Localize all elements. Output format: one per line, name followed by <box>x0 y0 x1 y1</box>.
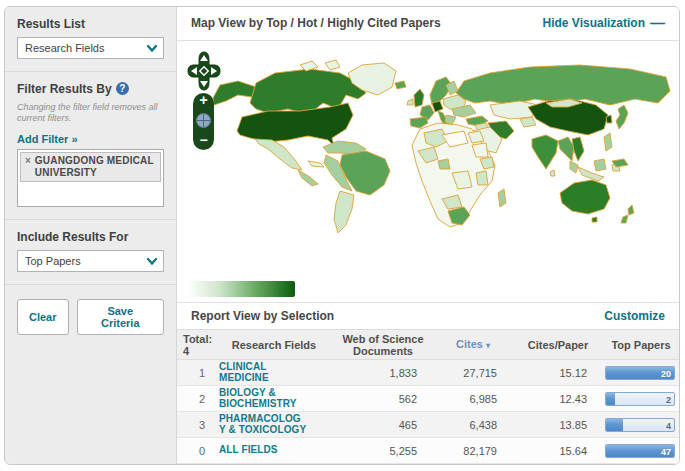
report-header: Report View by Selection Customize <box>177 302 679 329</box>
results-list-label: Results List <box>17 17 164 31</box>
row-rank: 1 <box>177 360 215 386</box>
clear-button[interactable]: Clear <box>17 299 69 335</box>
row-rank: 3 <box>177 412 215 438</box>
customize-link[interactable]: Customize <box>604 309 665 323</box>
documents-value: 465 <box>333 412 433 438</box>
row-rank: 0 <box>177 438 215 464</box>
actions-section: Clear Save Criteria <box>5 285 176 347</box>
table-row: 1 CLINICAL MEDICINE 1,833 27,715 15.12 2… <box>177 360 679 386</box>
world-choropleth-map[interactable] <box>180 43 672 278</box>
collapse-minus-icon: — <box>650 18 665 28</box>
include-results-value: Top Papers <box>25 255 81 267</box>
col-header-documents: Web of Science Documents <box>333 330 433 360</box>
filter-note: Changing the filter field removes all cu… <box>17 102 164 124</box>
col-header-cites-sort[interactable]: Cites ▾ <box>433 330 513 360</box>
field-link[interactable]: BIOLOGY & BIOCHEMISTRY <box>219 388 333 409</box>
include-results-section: Include Results For Top Papers <box>5 220 176 285</box>
map-area: + − <box>177 41 679 303</box>
col-header-cites-per-paper: Cites/Paper <box>513 330 603 360</box>
top-papers-bar: 20 <box>605 366 675 380</box>
row-rank: 2 <box>177 386 215 412</box>
field-link[interactable]: CLINICAL MEDICINE <box>219 362 333 383</box>
choropleth-legend-gradient <box>187 281 295 297</box>
map-zoom-control[interactable]: + − <box>193 93 214 150</box>
field-link[interactable]: PHARMACOLOG Y & TOXICOLOGY <box>219 414 333 435</box>
top-papers-value: 20 <box>661 367 671 380</box>
total-count: Total: 4 <box>177 330 215 360</box>
filter-chip: × GUANGDONG MEDICAL UNIVERSITY <box>20 152 161 182</box>
help-icon[interactable]: ? <box>116 82 129 95</box>
zoom-in-icon[interactable]: + <box>199 94 207 107</box>
top-papers-bar: 2 <box>605 392 675 406</box>
results-list-section: Results List Research Fields <box>5 7 176 72</box>
filter-section: Filter Results By? Changing the filter f… <box>5 72 176 220</box>
hide-visualization-link[interactable]: Hide Visualization — <box>543 16 665 30</box>
report-table: Total: 4 Research Fields Web of Science … <box>177 329 679 464</box>
table-header-row: Total: 4 Research Fields Web of Science … <box>177 330 679 360</box>
cites-per-paper-value: 15.12 <box>513 360 603 386</box>
sort-desc-icon: ▾ <box>486 341 490 350</box>
col-header-research-fields: Research Fields <box>215 330 333 360</box>
table-row: 3 PHARMACOLOG Y & TOXICOLOGY 465 6,438 1… <box>177 412 679 438</box>
chevron-down-icon <box>145 41 159 55</box>
col-header-top-papers: Top Papers <box>603 330 679 360</box>
cites-value: 6,438 <box>433 412 513 438</box>
include-results-label: Include Results For <box>17 230 164 244</box>
documents-value: 562 <box>333 386 433 412</box>
cites-per-paper-value: 12.43 <box>513 386 603 412</box>
table-row: 2 BIOLOGY & BIOCHEMISTRY 562 6,985 12.43 <box>177 386 679 412</box>
top-papers-value: 4 <box>666 419 671 432</box>
results-list-dropdown[interactable]: Research Fields <box>17 37 164 59</box>
chevron-down-icon <box>145 254 159 268</box>
cites-value: 6,985 <box>433 386 513 412</box>
zoom-out-icon[interactable]: − <box>199 134 207 147</box>
top-papers-bar: 4 <box>605 418 675 432</box>
table-row: 0 ALL FIELDS 5,255 82,179 15.64 47 <box>177 438 679 464</box>
top-papers-value: 47 <box>661 445 671 458</box>
cites-value: 82,179 <box>433 438 513 464</box>
top-papers-bar: 47 <box>605 444 675 458</box>
report-title: Report View by Selection <box>191 309 334 323</box>
documents-value: 5,255 <box>333 438 433 464</box>
main-content: Map View by Top / Hot / Highly Cited Pap… <box>177 7 679 464</box>
active-filters-box: × GUANGDONG MEDICAL UNIVERSITY <box>17 149 164 207</box>
filter-by-label: Filter Results By? <box>17 82 164 96</box>
map-pan-control[interactable] <box>187 51 221 91</box>
globe-reset-icon[interactable] <box>196 113 211 128</box>
map-header: Map View by Top / Hot / Highly Cited Pap… <box>177 7 679 41</box>
results-list-value: Research Fields <box>25 42 104 54</box>
cites-value: 27,715 <box>433 360 513 386</box>
sidebar: Results List Research Fields Filter Resu… <box>5 7 177 464</box>
cites-per-paper-value: 15.64 <box>513 438 603 464</box>
field-link[interactable]: ALL FIELDS <box>219 445 333 456</box>
documents-value: 1,833 <box>333 360 433 386</box>
cites-per-paper-value: 13.85 <box>513 412 603 438</box>
add-filter-link[interactable]: Add Filter » <box>17 133 78 145</box>
top-papers-value: 2 <box>666 393 671 406</box>
map-title: Map View by Top / Hot / Highly Cited Pap… <box>191 16 441 30</box>
save-criteria-button[interactable]: Save Criteria <box>77 299 164 335</box>
filter-chip-label: GUANGDONG MEDICAL UNIVERSITY <box>35 155 156 178</box>
esi-panel: Results List Research Fields Filter Resu… <box>4 6 680 465</box>
include-results-dropdown[interactable]: Top Papers <box>17 250 164 272</box>
remove-filter-icon[interactable]: × <box>25 155 31 178</box>
